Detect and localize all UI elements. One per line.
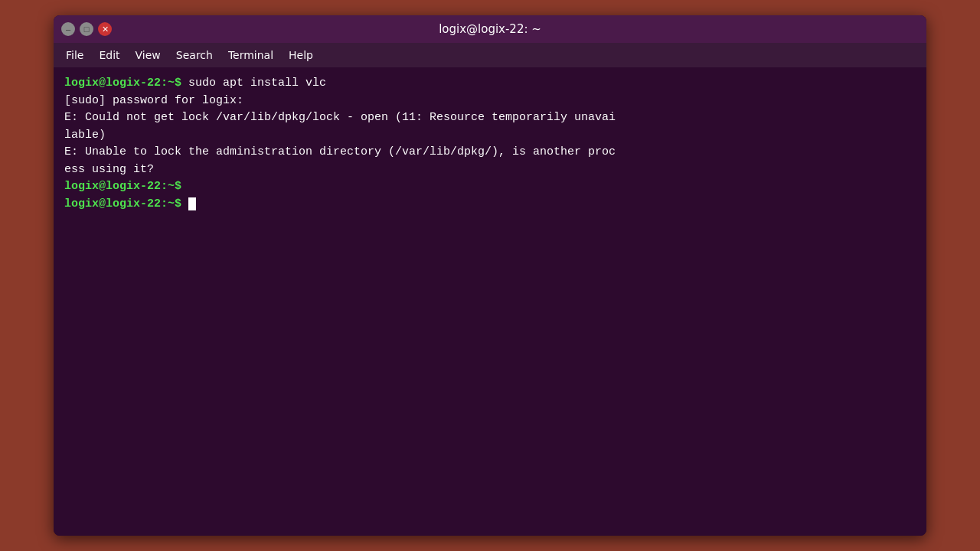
menu-view[interactable]: View (129, 46, 167, 64)
menu-terminal[interactable]: Terminal (222, 46, 279, 64)
command-6 (181, 197, 188, 210)
maximize-button[interactable]: □ (80, 22, 93, 36)
menu-edit[interactable]: Edit (93, 46, 126, 64)
terminal-line-2: [sudo] password for logix: (64, 93, 916, 110)
terminal-body[interactable]: logix@logix-22:~$ sudo apt install vlc [… (54, 67, 926, 536)
prompt-1: logix@logix-22:~$ (64, 77, 181, 90)
menu-search[interactable]: Search (170, 46, 219, 64)
close-button[interactable]: ✕ (98, 22, 112, 36)
command-1: sudo apt install vlc (181, 77, 326, 90)
terminal-window: – □ ✕ logix@logix-22: ~ File Edit View S… (54, 15, 926, 536)
cursor (188, 197, 196, 210)
terminal-line-5: logix@logix-22:~$ (64, 178, 916, 196)
menubar: File Edit View Search Terminal Help (54, 43, 926, 67)
titlebar: – □ ✕ logix@logix-22: ~ (54, 15, 926, 43)
menu-help[interactable]: Help (283, 46, 319, 64)
terminal-line-1: logix@logix-22:~$ sudo apt install vlc (64, 75, 916, 93)
prompt-6: logix@logix-22:~$ (64, 197, 181, 210)
terminal-line-4: E: Unable to lock the administration dir… (64, 144, 916, 178)
minimize-button[interactable]: – (61, 22, 75, 36)
terminal-line-6: logix@logix-22:~$ (64, 196, 916, 214)
window-title: logix@logix-22: ~ (439, 22, 541, 36)
terminal-line-3: E: Could not get lock /var/lib/dpkg/lock… (64, 109, 916, 144)
prompt-5: logix@logix-22:~$ (64, 180, 181, 193)
menu-file[interactable]: File (60, 46, 90, 64)
